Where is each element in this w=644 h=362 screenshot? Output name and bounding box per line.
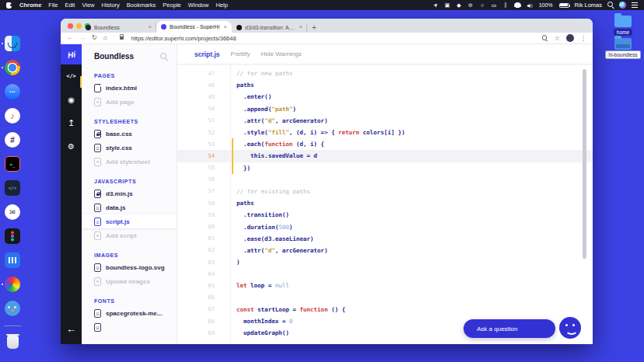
superhi-logo[interactable]: Hi [61, 44, 82, 64]
prettify-button[interactable]: Prettify [231, 50, 250, 57]
https-lock-icon[interactable] [120, 37, 124, 40]
sidebar-item-script-js[interactable]: script.js [82, 214, 177, 228]
search-icon[interactable] [160, 53, 167, 60]
sidebar-item-style-css[interactable]: style.css [82, 141, 177, 155]
open-file-tab[interactable]: script.js [194, 50, 220, 58]
file-label: d3.min.js [106, 190, 133, 197]
notification-center-icon[interactable] [632, 2, 638, 8]
desktop-icon-hi-boundless[interactable]: hi-boundless [606, 38, 640, 58]
screen-mirroring-icon[interactable] [444, 2, 450, 9]
dock-intercom-icon[interactable] [5, 252, 20, 268]
location-arrow-icon[interactable] [432, 2, 439, 9]
dock-chrome-icon[interactable] [5, 60, 20, 75]
url-bar: ← → ↻ ⌂ https://editor.superhi.com/proje… [61, 33, 593, 44]
browser-tab-d3-d3-transition-animated-tr[interactable]: d3/d3-transition: Animated tr…× [232, 22, 307, 33]
spotlight-search-icon[interactable] [607, 2, 614, 9]
volume-icon[interactable] [527, 2, 534, 9]
do-not-disturb-icon[interactable] [467, 2, 474, 9]
dock-dev-app-icon[interactable] [5, 180, 20, 196]
wifi-icon[interactable] [514, 2, 521, 8]
ask-question-label: Ask a question [477, 325, 517, 332]
dock-twitterrific-icon[interactable] [5, 301, 20, 316]
tab-close-icon[interactable]: × [148, 24, 152, 30]
hide-warnings-button[interactable]: Hide Warnings [261, 50, 302, 57]
back-arrow-icon[interactable]: ← [61, 323, 82, 335]
bluetooth-icon[interactable] [502, 2, 509, 9]
preview-eye-icon[interactable] [61, 88, 82, 111]
menu-item-people[interactable]: People [163, 2, 180, 9]
menu-item-help[interactable]: Help [215, 2, 227, 9]
bookmark-star-icon[interactable]: ☆ [555, 35, 560, 42]
status-circle-icon[interactable] [479, 2, 485, 9]
sidebar-item-add-script[interactable]: Add script [82, 228, 177, 242]
code-line: 60 .duration(500) [177, 221, 593, 232]
help-smiley-button[interactable] [559, 317, 581, 339]
sidebar-item-item[interactable] [82, 320, 177, 334]
line-number: 54 [177, 153, 221, 159]
close-window-button[interactable] [68, 23, 73, 29]
desktop-icon-label: hi-boundless [606, 51, 641, 58]
sidebar-item-boundless-logo-svg[interactable]: boundless-logo.svg [82, 260, 177, 274]
dock-finder-icon[interactable] [5, 36, 20, 51]
dock-messages-icon[interactable] [5, 84, 20, 99]
profile-avatar[interactable] [566, 34, 574, 42]
menu-item-history[interactable]: History [102, 2, 120, 9]
sidebar-section-title-fonts: FONTS [82, 298, 177, 304]
superhi-favicon-icon [161, 24, 166, 30]
line-number: 57 [177, 188, 221, 194]
shield-icon[interactable] [456, 2, 462, 9]
sidebar-item-add-stylesheet[interactable]: Add stylesheet [82, 155, 177, 169]
share-icon[interactable] [61, 111, 82, 134]
sidebar-item-upload-images[interactable]: Upload images [82, 274, 177, 288]
menu-item-chrome[interactable]: Chrome [19, 2, 41, 9]
sidebar-item-spacegrotesk-me[interactable]: spacegrotesk-me... [82, 306, 177, 320]
browser-tab-boundless[interactable]: Boundless× [81, 22, 156, 33]
reload-button[interactable]: ↻ [92, 35, 97, 41]
dock-terminal-icon[interactable] [5, 156, 20, 172]
sidebar-item-index-html[interactable]: index.html [82, 81, 177, 95]
code-line: 50 .append("path") [177, 103, 593, 115]
new-tab-button[interactable]: + [309, 22, 320, 33]
menu-item-window[interactable]: Window [188, 2, 209, 9]
siri-icon[interactable] [619, 2, 626, 9]
display-icon[interactable] [491, 2, 497, 9]
code-icon[interactable] [61, 64, 82, 88]
back-button[interactable]: ← [67, 35, 73, 41]
dock-trash-icon[interactable] [7, 336, 19, 349]
sidebar-item-d3-min-js[interactable]: d3.min.js [82, 186, 177, 200]
code-editor[interactable]: 47// for new paths48paths49 .enter()50 .… [177, 64, 593, 344]
zoom-page-icon[interactable] [542, 35, 548, 41]
browser-menu-icon[interactable]: ⋮ [580, 35, 586, 42]
forward-button[interactable]: → [79, 35, 86, 41]
dock-music-icon[interactable] [5, 108, 20, 124]
tab-close-icon[interactable]: × [299, 24, 303, 30]
menu-item-bookmarks[interactable]: Bookmarks [127, 2, 156, 9]
desktop: { "colors":{ "desktop":"#3c41e4","brand"… [0, 0, 644, 362]
dock-mail-icon[interactable] [5, 204, 20, 220]
home-button[interactable]: ⌂ [103, 35, 107, 41]
dock-photos-icon[interactable] [5, 277, 20, 292]
editor-content: Hi ← Boundless PAGESindex.htmlAdd pageST… [61, 44, 593, 344]
apple-menu-icon[interactable] [6, 2, 12, 9]
dock-figma-icon[interactable] [5, 228, 20, 244]
settings-gear-icon[interactable] [61, 134, 82, 158]
menubar-username[interactable]: Rik Lomas [575, 2, 602, 9]
tab-close-icon[interactable]: × [223, 24, 227, 30]
code-scrollbar[interactable] [583, 69, 586, 259]
desktop-icon-home[interactable]: home [606, 16, 640, 36]
browser-tab-boundless-superhi[interactable]: Boundless - SuperHi× [156, 21, 232, 33]
code-line: 61 .ease(d3.easeLinear) [177, 233, 593, 245]
dock-slack-icon[interactable] [5, 132, 20, 148]
menu-item-edit[interactable]: Edit [65, 2, 75, 9]
sidebar-section-title-images: IMAGES [82, 252, 177, 258]
sidebar-item-data-js[interactable]: data.js [82, 200, 177, 214]
sidebar-item-add-page[interactable]: Add page [82, 95, 177, 109]
menu-item-view[interactable]: View [82, 2, 94, 9]
menu-item-file[interactable]: File [48, 2, 58, 9]
address-input[interactable]: https://editor.superhi.com/projects/3664… [131, 35, 536, 42]
menubar-items: ChromeFileEditViewHistoryBookmarksPeople… [19, 2, 235, 9]
ask-question-button[interactable]: Ask a question [464, 319, 555, 338]
sidebar-item-base-css[interactable]: base.css [82, 127, 177, 141]
line-number: 66 [177, 294, 221, 301]
line-text: paths [221, 82, 254, 89]
